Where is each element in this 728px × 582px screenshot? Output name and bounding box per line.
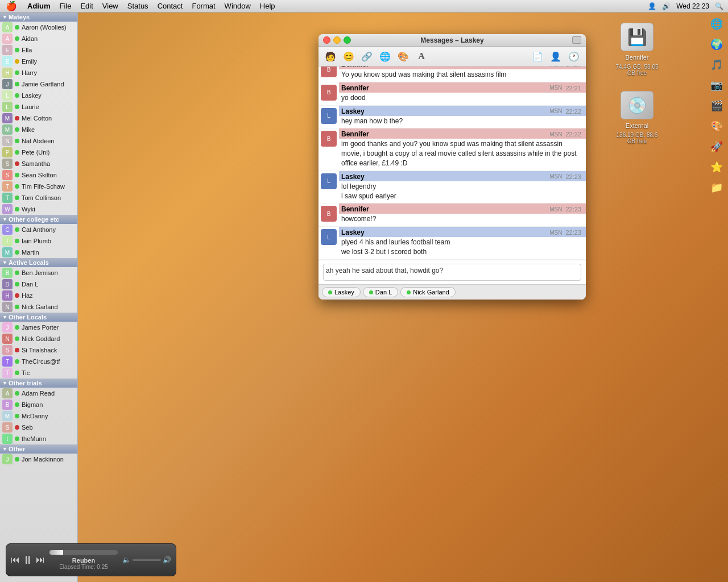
contact-item[interactable]: A Aaron (Woolies) bbox=[0, 22, 77, 33]
contact-item[interactable]: L Laurie bbox=[0, 101, 77, 113]
dock-item-5[interactable]: 🎨 bbox=[708, 117, 726, 135]
group-header-other[interactable]: ▼Other bbox=[0, 444, 77, 454]
dock-item-2[interactable]: 🎵 bbox=[708, 56, 726, 74]
menubar-file[interactable]: File bbox=[55, 0, 76, 13]
dock-item-1[interactable]: 🌍 bbox=[708, 35, 726, 53]
dock-item-6[interactable]: 🚀 bbox=[708, 138, 726, 156]
toolbar-buddy-icon[interactable]: 🧑 bbox=[323, 49, 338, 64]
contact-item[interactable]: A Adam Read bbox=[0, 388, 77, 399]
contact-item[interactable]: B Ben Jemison bbox=[0, 267, 77, 278]
contact-item[interactable]: J James Porter bbox=[0, 322, 77, 333]
contact-item[interactable]: M Mel Cotton bbox=[0, 113, 77, 124]
contact-name: Mel Cotton bbox=[22, 115, 52, 122]
messages-area[interactable]: Wednesday, 15 June 2005 17:27 B Bennifer… bbox=[318, 66, 586, 260]
group-header-other-college-etc[interactable]: ▼Other college etc bbox=[0, 215, 77, 224]
status-dot bbox=[15, 371, 19, 375]
message-content: Laskey MSN 22:23 lol legendryi saw spud … bbox=[339, 171, 586, 203]
messages-window: Messages – Laskey 🧑 😊 🔗 🌐 🎨 A 📄 👤 🕐 Wedn… bbox=[318, 34, 586, 300]
contact-item[interactable]: N Nick Goddard bbox=[0, 333, 77, 344]
contact-item[interactable]: S Seb bbox=[0, 422, 77, 433]
contact-item[interactable]: D Dan L bbox=[0, 278, 77, 290]
player-prev-button[interactable]: ⏮ bbox=[11, 555, 20, 565]
contact-item[interactable]: J Jon Mackinnon bbox=[0, 454, 77, 465]
contact-item[interactable]: N Nick Garland bbox=[0, 301, 77, 313]
toolbar-earth-icon[interactable]: 🌐 bbox=[378, 49, 392, 64]
dock-item-0[interactable]: 🌐 bbox=[708, 15, 726, 33]
contact-avatar: P bbox=[2, 147, 13, 157]
contact-name: Laurie bbox=[22, 103, 39, 110]
chat-tab[interactable]: Laskey bbox=[322, 287, 361, 297]
toolbar-history-icon[interactable]: 🕐 bbox=[566, 49, 581, 64]
input-area[interactable]: ah yeah he said about that, howdit go? bbox=[318, 260, 586, 284]
menubar-view[interactable]: View bbox=[98, 0, 123, 13]
contact-item[interactable]: N Nat Abdeen bbox=[0, 135, 77, 147]
message-body: lol legendryi saw spud earlyer bbox=[339, 181, 586, 203]
player-pause-button[interactable]: ⏸ bbox=[22, 554, 34, 567]
desktop-icon-bennifer[interactable]: 💾 Bennifer 74.4G GB, 58.05 GB free bbox=[614, 23, 660, 76]
contact-item[interactable]: P Pete (Uni) bbox=[0, 147, 77, 158]
dock-item-8[interactable]: 📁 bbox=[708, 178, 726, 197]
toolbar-font-icon[interactable]: A bbox=[414, 49, 429, 64]
group-header-other-trials[interactable]: ▼Other trials bbox=[0, 379, 77, 388]
menubar-status[interactable]: Status bbox=[123, 0, 153, 13]
toolbar-links-icon[interactable]: 🔗 bbox=[359, 49, 374, 64]
window-minimize-button[interactable] bbox=[333, 36, 341, 44]
contact-item[interactable]: M Mike bbox=[0, 124, 77, 135]
contact-item[interactable]: H Haz bbox=[0, 290, 77, 301]
toolbar-color-icon[interactable]: 🎨 bbox=[396, 49, 411, 64]
menubar-format[interactable]: Format bbox=[187, 0, 220, 13]
contact-item[interactable]: T Tic bbox=[0, 367, 77, 379]
menubar-window[interactable]: Window bbox=[220, 0, 255, 13]
toolbar-send-file-icon[interactable]: 📄 bbox=[530, 49, 545, 64]
volume-bar[interactable] bbox=[133, 559, 161, 561]
contact-item[interactable]: T Tom Collinson bbox=[0, 192, 77, 203]
contact-item[interactable]: T TheCircus@tf bbox=[0, 356, 77, 367]
contact-item[interactable]: S Sean Skilton bbox=[0, 169, 77, 181]
contact-item[interactable]: H Harry bbox=[0, 67, 77, 78]
menubar-search-icon[interactable]: 🔍 bbox=[715, 2, 723, 10]
contact-item[interactable]: T Tim Fife-Schaw bbox=[0, 181, 77, 192]
menubar-contact[interactable]: Contact bbox=[153, 0, 188, 13]
player-next-button[interactable]: ⏭ bbox=[36, 555, 45, 565]
message-avatar: L bbox=[321, 108, 337, 124]
contact-item[interactable]: A Aidan bbox=[0, 33, 77, 44]
window-maximize-button[interactable] bbox=[344, 36, 351, 44]
chat-tab[interactable]: Nick Garland bbox=[400, 287, 456, 297]
apple-menu[interactable]: 🍎 bbox=[0, 1, 23, 11]
contact-item[interactable]: I Iain Plumb bbox=[0, 235, 77, 247]
contact-item[interactable]: W Wyki bbox=[0, 203, 77, 215]
group-name: Other Locals bbox=[9, 314, 47, 321]
contact-item[interactable]: S Samantha bbox=[0, 158, 77, 169]
window-zoom-box[interactable] bbox=[572, 36, 581, 44]
contact-item[interactable]: L Laskey bbox=[0, 90, 77, 101]
menubar-help[interactable]: Help bbox=[255, 0, 280, 13]
contact-item[interactable]: B Bigman bbox=[0, 399, 77, 410]
dock-item-7[interactable]: ⭐ bbox=[708, 158, 726, 176]
menubar-app-name[interactable]: Adium bbox=[23, 0, 55, 13]
message-input[interactable]: ah yeah he said about that, howdit go? bbox=[323, 264, 581, 281]
group-header-mateys[interactable]: ▼Mateys bbox=[0, 13, 77, 22]
contact-item[interactable]: S Si Trialshack bbox=[0, 344, 77, 356]
contact-item[interactable]: M Martin bbox=[0, 247, 77, 258]
menubar-edit[interactable]: Edit bbox=[76, 0, 97, 13]
toolbar-buddy-pic-icon[interactable]: 👤 bbox=[548, 49, 563, 64]
dock-item-4[interactable]: 🎬 bbox=[708, 97, 726, 115]
contact-item[interactable]: J Jamie Gartland bbox=[0, 78, 77, 90]
group-header-other-locals[interactable]: ▼Other Locals bbox=[0, 313, 77, 322]
window-close-button[interactable] bbox=[323, 36, 330, 44]
contact-item[interactable]: M McDanny bbox=[0, 410, 77, 422]
chat-tab[interactable]: Dan L bbox=[363, 287, 398, 297]
player-progress-bar[interactable] bbox=[49, 550, 118, 555]
message-avatar-col: L bbox=[318, 171, 339, 203]
contact-item[interactable]: t theMunn bbox=[0, 433, 77, 444]
desktop-icon-external[interactable]: 💿 External 136.19 GB, 88.6 GB free bbox=[614, 91, 660, 144]
group-header-active-locals[interactable]: ▼Active Locals bbox=[0, 258, 77, 267]
message-group: L Laskey MSN 22:23 plyed 4 his and lauri… bbox=[318, 227, 586, 260]
contact-name: Emily bbox=[22, 58, 37, 65]
contact-item[interactable]: E Emily bbox=[0, 56, 77, 67]
contact-item[interactable]: E Ella bbox=[0, 44, 77, 56]
message-group: B Bennifer MSN 22:21 yo dood bbox=[318, 82, 586, 106]
toolbar-smiley-icon[interactable]: 😊 bbox=[341, 49, 356, 64]
dock-item-3[interactable]: 📷 bbox=[708, 76, 726, 94]
contact-item[interactable]: C Cat Anthony bbox=[0, 224, 77, 235]
